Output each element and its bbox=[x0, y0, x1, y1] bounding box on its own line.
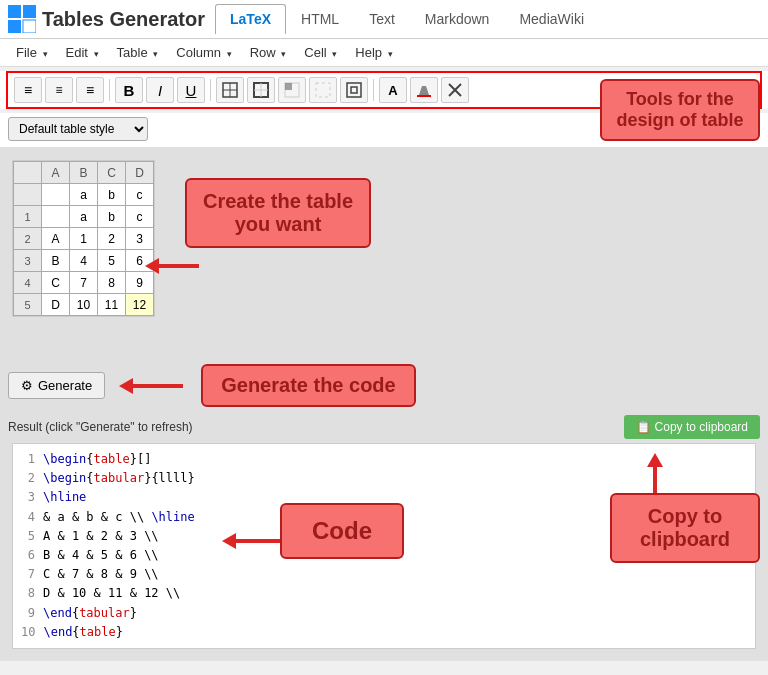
col-header-a: A bbox=[42, 162, 70, 184]
col-header-b: B bbox=[70, 162, 98, 184]
col-header-empty bbox=[14, 162, 42, 184]
fill-color-btn[interactable] bbox=[410, 77, 438, 103]
align-center-btn[interactable]: ≡ bbox=[45, 77, 73, 103]
generate-label: Generate bbox=[38, 378, 92, 393]
cell-5-2[interactable]: 11 bbox=[98, 294, 126, 316]
row-num-3: 3 bbox=[14, 250, 42, 272]
code-line-10: 10 \end{table} bbox=[21, 623, 747, 642]
svg-rect-3 bbox=[23, 20, 36, 33]
header: Tables Generator LaTeX HTML Text Markdow… bbox=[0, 0, 768, 39]
copy-to-clipboard-button[interactable]: 📋 Copy to clipboard bbox=[624, 415, 760, 439]
toolbar-sep-3 bbox=[373, 79, 374, 101]
code-section: 1 \begin{table}[] 2 \begin{tabular}{llll… bbox=[0, 443, 768, 661]
data-table: A B C D a b c 1 a b c 2 A 1 bbox=[13, 161, 154, 316]
italic-btn[interactable]: I bbox=[146, 77, 174, 103]
logo-icon bbox=[8, 5, 36, 33]
tab-markdown[interactable]: Markdown bbox=[410, 4, 505, 34]
code-line-7: 7 C & 7 & 8 & 9 \\ bbox=[21, 565, 747, 584]
arrow-shaft bbox=[159, 264, 199, 268]
copy-label: Copy to clipboard bbox=[655, 420, 748, 434]
border-selected-btn[interactable] bbox=[278, 77, 306, 103]
border-all-btn[interactable] bbox=[216, 77, 244, 103]
cell-2-2[interactable]: 2 bbox=[98, 228, 126, 250]
cell-5-1[interactable]: 10 bbox=[70, 294, 98, 316]
menu-row[interactable]: Row ▾ bbox=[242, 42, 295, 63]
align-right-btn[interactable]: ≡ bbox=[76, 77, 104, 103]
svg-rect-2 bbox=[8, 20, 21, 33]
table-editor[interactable]: A B C D a b c 1 a b c 2 A 1 bbox=[12, 160, 155, 317]
cell-1-3[interactable]: c bbox=[126, 206, 154, 228]
cell-5-0[interactable]: D bbox=[42, 294, 70, 316]
annotation-create-table: Create the tableyou want bbox=[185, 178, 371, 248]
cell-3-2[interactable]: 5 bbox=[98, 250, 126, 272]
result-text: Result (click "Generate" to refresh) bbox=[8, 420, 193, 434]
cell-4-0[interactable]: C bbox=[42, 272, 70, 294]
cell-4-2[interactable]: 8 bbox=[98, 272, 126, 294]
cell-1-0[interactable] bbox=[42, 206, 70, 228]
annotation-copy: Copy to clipboard bbox=[610, 493, 760, 563]
svg-rect-1 bbox=[23, 5, 36, 18]
row-num-4: 4 bbox=[14, 272, 42, 294]
row-num-2: 2 bbox=[14, 228, 42, 250]
arrow-to-code bbox=[222, 533, 281, 549]
svg-rect-13 bbox=[347, 83, 361, 97]
cell-1-2[interactable]: b bbox=[98, 206, 126, 228]
arrow-shaft-code bbox=[236, 539, 281, 543]
col-header-c: C bbox=[98, 162, 126, 184]
generate-row: ⚙ Generate Generate the code bbox=[0, 358, 768, 411]
align-left-btn[interactable]: ≡ bbox=[14, 77, 42, 103]
tab-text[interactable]: Text bbox=[354, 4, 410, 34]
border-outer-btn[interactable] bbox=[247, 77, 275, 103]
arrow-head-gen bbox=[119, 378, 133, 394]
clipboard-icon: 📋 bbox=[636, 420, 651, 434]
row-num-5: 5 bbox=[14, 294, 42, 316]
cell-4-1[interactable]: 7 bbox=[70, 272, 98, 294]
cell-0-2[interactable]: b bbox=[98, 184, 126, 206]
menubar: File ▾ Edit ▾ Table ▾ Column ▾ Row ▾ Cel… bbox=[0, 39, 768, 67]
cell-0-1[interactable]: a bbox=[70, 184, 98, 206]
arrow-to-table bbox=[145, 258, 199, 274]
tabs: LaTeX HTML Text Markdown MediaWiki bbox=[215, 4, 599, 34]
tab-html[interactable]: HTML bbox=[286, 4, 354, 34]
cell-0-3[interactable]: c bbox=[126, 184, 154, 206]
arrow-head-code bbox=[222, 533, 236, 549]
menu-file[interactable]: File ▾ bbox=[8, 42, 56, 63]
arrow-to-generate bbox=[119, 378, 183, 394]
cell-3-1[interactable]: 4 bbox=[70, 250, 98, 272]
generate-button[interactable]: ⚙ Generate bbox=[8, 372, 105, 399]
logo: Tables Generator bbox=[8, 5, 205, 33]
cell-2-1[interactable]: 1 bbox=[70, 228, 98, 250]
menu-edit[interactable]: Edit ▾ bbox=[58, 42, 107, 63]
border-custom-btn[interactable] bbox=[340, 77, 368, 103]
menu-help[interactable]: Help ▾ bbox=[347, 42, 400, 63]
cell-3-0[interactable]: B bbox=[42, 250, 70, 272]
text-color-btn[interactable]: A bbox=[379, 77, 407, 103]
annotation-code: Code bbox=[280, 503, 404, 559]
svg-rect-15 bbox=[417, 95, 431, 97]
bold-btn[interactable]: B bbox=[115, 77, 143, 103]
code-line-9: 9 \end{tabular} bbox=[21, 604, 747, 623]
tab-mediawiki[interactable]: MediaWiki bbox=[504, 4, 599, 34]
main-area: A B C D a b c 1 a b c 2 A 1 bbox=[0, 148, 768, 358]
cell-5-3[interactable]: 12 bbox=[126, 294, 154, 316]
cell-0-0[interactable] bbox=[42, 184, 70, 206]
border-none-btn[interactable] bbox=[309, 77, 337, 103]
cell-1-1[interactable]: a bbox=[70, 206, 98, 228]
underline-btn[interactable]: U bbox=[177, 77, 205, 103]
svg-rect-12 bbox=[316, 83, 330, 97]
tab-latex[interactable]: LaTeX bbox=[215, 4, 286, 34]
style-select[interactable]: Default table style Booktabs No borders bbox=[8, 117, 148, 141]
no-color-btn[interactable] bbox=[441, 77, 469, 103]
arrow-to-copy bbox=[647, 453, 663, 497]
arrow-head bbox=[145, 258, 159, 274]
logo-text: Tables Generator bbox=[42, 8, 205, 31]
cell-4-3[interactable]: 9 bbox=[126, 272, 154, 294]
cell-2-0[interactable]: A bbox=[42, 228, 70, 250]
toolbar-sep-2 bbox=[210, 79, 211, 101]
menu-cell[interactable]: Cell ▾ bbox=[296, 42, 345, 63]
menu-table[interactable]: Table ▾ bbox=[109, 42, 167, 63]
annotation-tools: Tools for the design of table bbox=[600, 79, 760, 141]
svg-rect-11 bbox=[285, 83, 292, 90]
menu-column[interactable]: Column ▾ bbox=[168, 42, 239, 63]
cell-2-3[interactable]: 3 bbox=[126, 228, 154, 250]
